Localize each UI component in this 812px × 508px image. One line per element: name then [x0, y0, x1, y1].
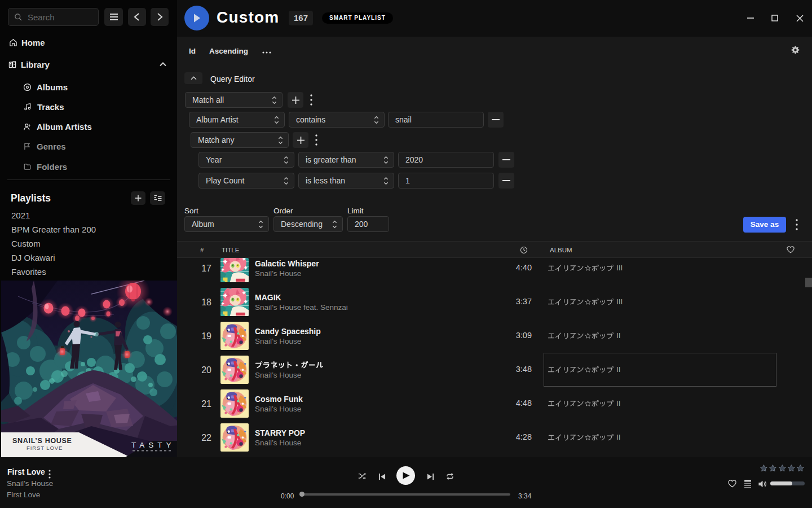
svg-text:FIRST LOVE: FIRST LOVE [27, 445, 63, 451]
svg-text:TASTY: TASTY [131, 441, 175, 449]
svg-text:SNAIL’S HOUSE: SNAIL’S HOUSE [12, 437, 72, 445]
